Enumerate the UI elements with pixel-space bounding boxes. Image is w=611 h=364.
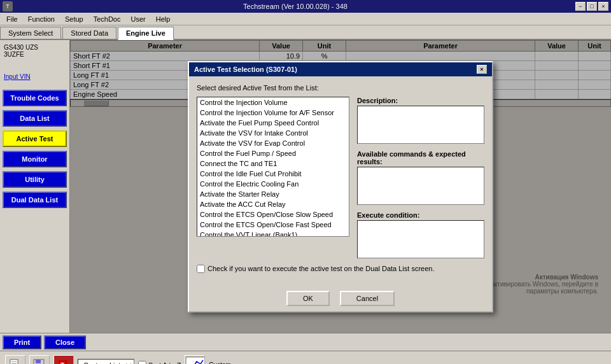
menu-file[interactable]: File — [1, 14, 23, 24]
toolbar-chart-icon[interactable] — [185, 355, 205, 365]
execute-condition-section: Execute condition: — [357, 211, 484, 260]
test-icon: T — [57, 359, 70, 365]
menu-user[interactable]: User — [125, 14, 150, 24]
dual-data-list-button[interactable]: Dual Data List — [3, 192, 67, 208]
custom-list-select[interactable]: Custom List — [78, 359, 134, 365]
svg-rect-5 — [36, 360, 41, 363]
sort-checkbox-container: Sort A to Z — [138, 361, 181, 364]
trouble-codes-button[interactable]: Trouble Codes — [3, 90, 67, 106]
tab-system-select[interactable]: System Select — [0, 27, 61, 39]
modal-instruction: Select desired Active Test from the List… — [197, 84, 484, 92]
tab-bar: System Select Stored Data Engine Live — [0, 25, 611, 40]
minimize-button[interactable]: − — [575, 2, 586, 11]
title-bar-title: Techstream (Ver 10.00.028) - 348 — [15, 3, 575, 10]
test-list-item[interactable]: Activate the VSV for Intake Control — [197, 128, 349, 138]
monitor-button[interactable]: Monitor — [3, 151, 67, 167]
print-button[interactable]: Print — [3, 335, 41, 349]
test-list-item[interactable]: Control the Injection Volume — [197, 97, 349, 108]
test-list-item[interactable]: Activate the Fuel Pump Speed Control — [197, 118, 349, 128]
utility-button[interactable]: Utility — [3, 171, 67, 188]
input-vin-link[interactable]: Input VIN — [4, 73, 66, 80]
sidebar: GS430 UZS 3UZFE Input VIN Trouble Codes … — [0, 40, 70, 333]
sort-label: Sort A to Z — [148, 361, 181, 365]
svg-rect-2 — [11, 363, 17, 364]
toolbar-icon-2[interactable] — [29, 355, 50, 365]
title-bar: T Techstream (Ver 10.00.028) - 348 − □ × — [0, 0, 611, 13]
modal-overlay: Active Test Selection (S307-01) × Select… — [70, 40, 611, 333]
description-section: Description: — [357, 97, 484, 145]
active-test-modal: Active Test Selection (S307-01) × Select… — [188, 61, 493, 312]
ok-button[interactable]: OK — [286, 291, 330, 306]
app-icon: T — [3, 1, 13, 11]
test-list[interactable]: Control the Injection VolumeControl the … — [197, 97, 349, 237]
close-button-main[interactable]: Close — [44, 335, 86, 349]
sort-checkbox[interactable] — [138, 361, 146, 364]
svg-rect-1 — [11, 361, 17, 362]
menu-help[interactable]: Help — [151, 14, 176, 24]
test-list-item[interactable]: Activate the ACC Cut Relay — [197, 199, 349, 209]
dual-list-checkbox[interactable] — [197, 265, 205, 273]
dual-list-label: Check if you want to execute the active … — [207, 265, 434, 272]
active-test-button[interactable]: Active Test — [3, 130, 67, 147]
modal-titlebar: Active Test Selection (S307-01) × — [189, 62, 492, 76]
available-textarea — [357, 167, 484, 205]
toolbar: T Custom List Sort A to Z Custom — [0, 351, 611, 364]
custom-label: Custom — [209, 361, 230, 364]
menu-function[interactable]: Function — [23, 14, 60, 24]
toolbar-icon-1[interactable] — [5, 355, 25, 365]
data-list-button[interactable]: Data List — [3, 110, 67, 127]
dual-list-checkbox-row: Check if you want to execute the active … — [197, 265, 484, 273]
cancel-button[interactable]: Cancel — [340, 291, 395, 306]
svg-text:T: T — [60, 362, 64, 365]
test-list-item[interactable]: Connect the TC and TE1 — [197, 158, 349, 169]
menu-techdoc[interactable]: TechDoc — [88, 14, 126, 24]
test-list-item[interactable]: Control the Fuel Pump / Speed — [197, 148, 349, 158]
available-commands-section: Available commands & expected results: — [357, 150, 484, 206]
test-list-item[interactable]: Control the Idle Fuel Cut Prohibit — [197, 169, 349, 179]
main-area: GS430 UZS 3UZFE Input VIN Trouble Codes … — [0, 40, 611, 333]
modal-list-section: Control the Injection VolumeControl the … — [197, 97, 349, 260]
save-icon — [33, 359, 46, 365]
modal-right-section: Description: Available commands & expect… — [357, 97, 484, 260]
description-label: Description: — [357, 97, 484, 104]
car-model: GS430 UZS 3UZFE — [3, 43, 67, 59]
test-list-item[interactable]: Control the ETCS Open/Close Slow Speed — [197, 209, 349, 220]
execute-textarea — [357, 220, 484, 258]
toolbar-icon-active-test[interactable]: T — [53, 355, 74, 365]
tab-stored-data[interactable]: Stored Data — [62, 27, 116, 39]
title-bar-controls: − □ × — [575, 2, 608, 11]
document-icon — [9, 359, 22, 365]
tab-engine-live[interactable]: Engine Live — [118, 27, 174, 40]
chart-icon — [185, 356, 204, 365]
menu-bar: File Function Setup TechDoc User Help — [0, 13, 611, 25]
modal-body: Control the Injection VolumeControl the … — [197, 97, 484, 260]
modal-close-button[interactable]: × — [477, 65, 487, 74]
test-list-item[interactable]: Control the ETCS Open/Close Fast Speed — [197, 220, 349, 230]
modal-title: Active Test Selection (S307-01) — [194, 66, 297, 73]
test-list-item[interactable]: Control the Electric Cooling Fan — [197, 179, 349, 189]
restore-button[interactable]: □ — [587, 2, 597, 11]
description-textarea — [357, 106, 484, 144]
modal-content: Select desired Active Test from the List… — [189, 76, 492, 286]
test-list-item[interactable]: Control the VVT Linear (Bank1) — [197, 230, 349, 237]
test-list-item[interactable]: Activate the Starter Relay — [197, 189, 349, 199]
test-list-item[interactable]: Activate the VSV for Evap Control — [197, 138, 349, 148]
close-button[interactable]: × — [598, 2, 608, 11]
available-label: Available commands & expected results: — [357, 150, 484, 165]
modal-buttons: OK Cancel — [189, 286, 492, 311]
test-list-item[interactable]: Control the Injection Volume for A/F Sen… — [197, 108, 349, 118]
execute-label: Execute condition: — [357, 211, 484, 219]
content-area: Parameter Value Unit Parameter Value Uni… — [70, 40, 611, 333]
bottom-bar: Print Close — [0, 333, 611, 351]
menu-setup[interactable]: Setup — [60, 14, 88, 24]
